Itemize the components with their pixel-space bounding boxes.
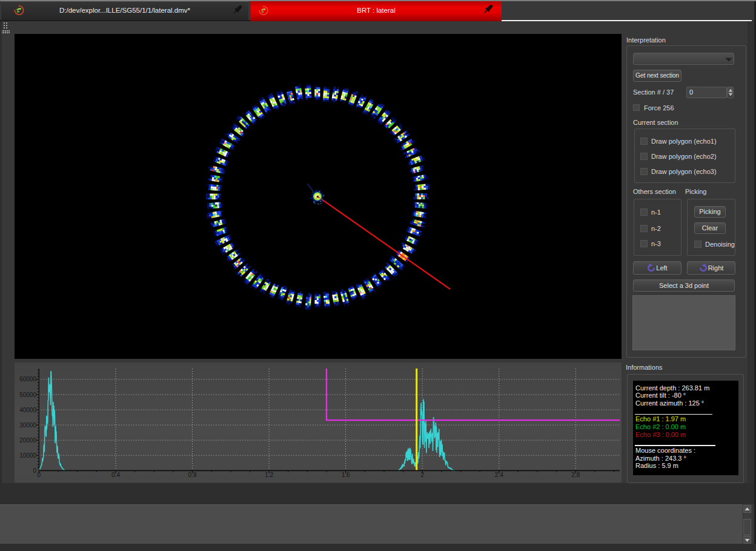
svg-text:2: 2 xyxy=(420,472,424,478)
svg-text:0.8: 0.8 xyxy=(188,472,197,478)
svg-text:30000: 30000 xyxy=(19,422,36,429)
svg-text:10000: 10000 xyxy=(19,452,36,459)
svg-text:20000: 20000 xyxy=(19,437,36,444)
svg-text:50000: 50000 xyxy=(19,392,36,398)
svg-text:60000: 60000 xyxy=(19,376,36,382)
svg-text:40000: 40000 xyxy=(19,407,36,413)
svg-text:0: 0 xyxy=(33,467,36,474)
svg-text:0: 0 xyxy=(38,472,41,478)
svg-text:1.6: 1.6 xyxy=(342,472,350,478)
svg-text:2.4: 2.4 xyxy=(495,472,503,478)
svg-text:0.4: 0.4 xyxy=(111,472,120,478)
svg-text:1.2: 1.2 xyxy=(265,472,273,478)
svg-text:2.8: 2.8 xyxy=(571,472,580,478)
